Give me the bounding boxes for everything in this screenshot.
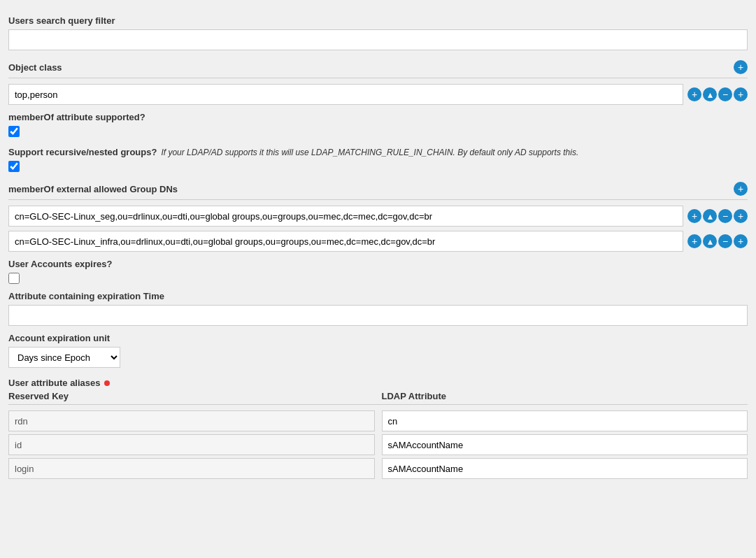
member-of-external-row-1-remove[interactable]: − <box>718 234 732 248</box>
member-of-external-row-1-btns: + ▴ − + <box>686 234 748 248</box>
member-of-checkbox[interactable] <box>8 126 20 137</box>
users-search-query-filter-label: Users search query filter <box>8 15 748 26</box>
support-recursive-label: Support recursive/nested groups? <box>8 147 157 157</box>
attribute-expiration-input[interactable] <box>8 305 748 326</box>
alias-reserved-1 <box>8 434 375 455</box>
col-header-reserved-key: Reserved Key <box>8 391 375 401</box>
member-of-external-divider <box>8 199 748 200</box>
alias-reserved-2 <box>8 458 375 479</box>
member-of-external-row-1-add[interactable]: + <box>687 234 701 248</box>
users-search-query-filter-input[interactable] <box>8 29 748 50</box>
user-attr-aliases-header: User attribute aliases <box>8 378 748 388</box>
object-class-row: + ▴ − + <box>8 84 748 105</box>
member-of-external-label: memberOf external allowed Group DNs <box>8 184 178 194</box>
user-attr-aliases-required-dot <box>104 380 110 386</box>
user-attr-aliases-col-headers: Reserved Key LDAP Attribute <box>8 391 748 401</box>
alias-row-1 <box>8 434 748 455</box>
alias-ldap-0[interactable] <box>382 410 748 431</box>
member-of-external-row-0-up[interactable]: ▴ <box>703 209 717 223</box>
object-class-divider <box>8 78 748 78</box>
object-class-row-btns: + ▴ − + <box>686 87 748 101</box>
alias-ldap-2[interactable] <box>382 458 748 479</box>
object-class-section-header: Object class + <box>8 60 748 74</box>
support-recursive-row: Support recursive/nested groups? If your… <box>8 147 748 157</box>
member-of-external-add-button[interactable]: + <box>734 182 748 196</box>
member-of-checkbox-row <box>8 126 748 137</box>
member-of-external-row-1: + ▴ − + <box>8 231 748 252</box>
object-class-label: Object class <box>8 62 62 73</box>
attribute-expiration-label: Attribute containing expiration Time <box>8 291 748 301</box>
object-class-btn-group: + <box>732 60 748 74</box>
user-attr-aliases-label: User attribute aliases <box>8 378 101 388</box>
member-of-external-input-0[interactable] <box>8 206 683 227</box>
member-of-external-row-0-down[interactable]: + <box>734 209 748 223</box>
user-attr-aliases-divider <box>8 404 748 405</box>
col-header-ldap-attribute: LDAP Attribute <box>382 391 748 401</box>
member-of-external-btn-group: + <box>732 182 748 196</box>
object-class-input[interactable] <box>8 84 683 105</box>
member-of-label: memberOf attribute supported? <box>8 112 748 122</box>
object-class-row-add-button[interactable]: + <box>687 87 701 101</box>
user-accounts-expires-checkbox-row <box>8 273 748 284</box>
user-accounts-expires-label: User Accounts expires? <box>8 259 748 269</box>
support-recursive-checkbox-row <box>8 161 748 172</box>
alias-row-0 <box>8 410 748 431</box>
member-of-external-input-1[interactable] <box>8 231 683 252</box>
alias-row-2 <box>8 458 748 479</box>
account-expiration-unit-label: Account expiration unit <box>8 333 748 343</box>
member-of-external-section-header: memberOf external allowed Group DNs + <box>8 182 748 196</box>
support-recursive-checkbox[interactable] <box>8 161 20 172</box>
object-class-row-down-button[interactable]: + <box>734 87 748 101</box>
member-of-external-row-0-btns: + ▴ − + <box>686 209 748 223</box>
member-of-external-row-0: + ▴ − + <box>8 206 748 227</box>
member-of-external-row-1-down[interactable]: + <box>734 234 748 248</box>
support-recursive-note: If your LDAP/AD supports it this will us… <box>161 148 578 157</box>
member-of-external-row-0-remove[interactable]: − <box>718 209 732 223</box>
object-class-row-up-button[interactable]: ▴ <box>703 87 717 101</box>
alias-ldap-1[interactable] <box>382 434 748 455</box>
user-accounts-expires-checkbox[interactable] <box>8 273 20 284</box>
alias-reserved-0 <box>8 410 375 431</box>
member-of-external-row-1-up[interactable]: ▴ <box>703 234 717 248</box>
account-expiration-unit-row: Days since Epoch Milliseconds Seconds <box>8 347 748 368</box>
object-class-add-button[interactable]: + <box>734 60 748 74</box>
member-of-external-row-0-add[interactable]: + <box>687 209 701 223</box>
object-class-row-remove-button[interactable]: − <box>718 87 732 101</box>
account-expiration-unit-select[interactable]: Days since Epoch Milliseconds Seconds <box>8 347 120 368</box>
